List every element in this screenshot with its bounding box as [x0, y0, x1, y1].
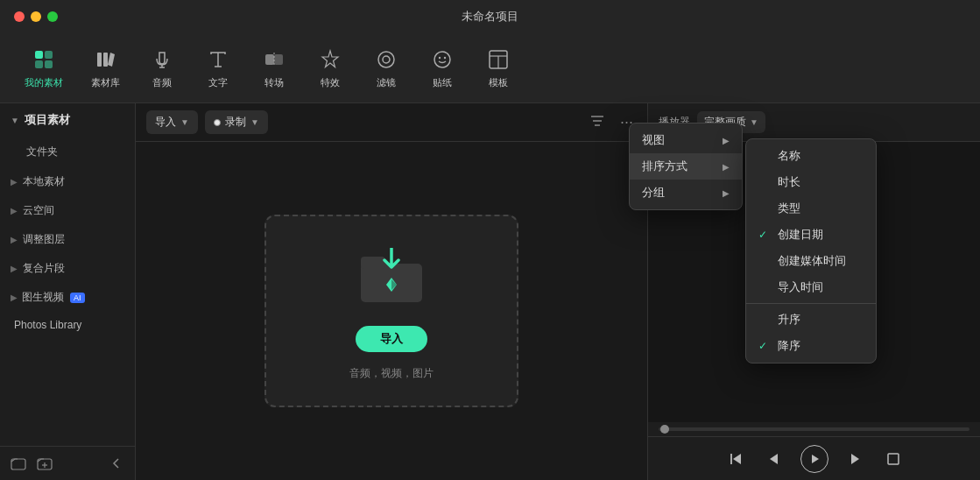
sidebar-item-adjust[interactable]: ▶ 调整图层	[0, 225, 135, 254]
menu-item-group[interactable]: 分组 ▶	[630, 180, 742, 206]
toolbar-item-template[interactable]: 模板	[474, 42, 523, 95]
svg-rect-4	[97, 53, 102, 67]
progress-dot[interactable]	[660, 425, 669, 434]
sidebar-item-compound[interactable]: ▶ 复合片段	[0, 254, 135, 283]
submenu-item-asc[interactable]: 升序	[746, 307, 876, 333]
sidebar-item-ai-video[interactable]: ▶ 图生视频 AI	[0, 283, 135, 312]
record-chevron: ▼	[250, 117, 259, 127]
submenu-item-import-time[interactable]: 导入时间	[746, 274, 876, 300]
sidebar-item-photos-library[interactable]: Photos Library	[0, 312, 135, 338]
sidebar-collapse-button[interactable]	[107, 454, 126, 473]
submenu-create-date-label: 创建日期	[778, 227, 823, 243]
sort-filter-icon[interactable]	[585, 109, 610, 137]
drop-box: 导入 音频，视频，图片	[264, 215, 518, 407]
toolbar-label-filter: 滤镜	[377, 76, 396, 89]
top-toolbar: 我的素材 素材库 音频	[0, 33, 980, 103]
sidebar-bottom	[0, 446, 135, 480]
play-button[interactable]	[800, 445, 828, 473]
toolbar-item-sticker[interactable]: 贴纸	[418, 42, 467, 95]
menu-view-arrow: ▶	[723, 136, 730, 145]
submenu-desc-label: 降序	[778, 338, 800, 354]
submenu-duration-label: 时长	[778, 174, 800, 190]
submenu-item-media-time[interactable]: 创建媒体时间	[746, 248, 876, 274]
add-folder-icon[interactable]	[35, 454, 54, 473]
submenu: 名称 时长 类型 ✓ 创建日期 创建媒体时间 导入时间 升序 ✓ 降序	[745, 138, 877, 364]
local-arrow: ▶	[11, 177, 18, 187]
audio-icon	[150, 47, 174, 72]
drop-subtitle: 音频，视频，图片	[349, 366, 434, 381]
cloud-arrow: ▶	[11, 206, 18, 215]
content-toolbar: 导入 ▼ 录制 ▼ ···	[136, 103, 647, 142]
svg-point-17	[439, 56, 441, 58]
svg-marker-35	[851, 454, 859, 464]
submenu-import-time-label: 导入时间	[778, 279, 823, 295]
toolbar-item-audio[interactable]: 音频	[137, 42, 187, 95]
toolbar-label-audio: 音频	[152, 76, 172, 89]
library-icon	[94, 47, 118, 72]
import-label: 导入	[155, 115, 176, 130]
record-dot-icon	[214, 119, 221, 126]
create-date-check: ✓	[758, 229, 771, 241]
sidebar-item-folder[interactable]: 文件夹	[5, 138, 130, 166]
frame-back-button[interactable]	[762, 447, 786, 471]
import-button[interactable]: 导入 ▼	[146, 110, 198, 134]
svg-point-15	[383, 56, 390, 63]
quality-chevron: ▼	[750, 117, 758, 127]
drop-zone: 导入 音频，视频，图片	[136, 142, 647, 480]
playback-controls	[648, 436, 980, 480]
menu-sort-arrow: ▶	[723, 162, 730, 172]
new-folder-icon[interactable]	[9, 454, 28, 473]
submenu-item-duration[interactable]: 时长	[746, 169, 876, 195]
menu-sort-label: 排序方式	[642, 159, 687, 174]
toolbar-item-library[interactable]: 素材库	[81, 42, 130, 95]
submenu-item-create-date[interactable]: ✓ 创建日期	[746, 222, 876, 248]
toolbar-label-effects: 特效	[321, 76, 340, 89]
toolbar-item-effects[interactable]: 特效	[306, 42, 355, 95]
toolbar-item-text[interactable]: 文字	[194, 42, 243, 95]
sidebar-header-label: 项目素材	[25, 112, 70, 128]
toolbar-item-transition[interactable]: 转场	[250, 42, 299, 95]
submenu-item-desc[interactable]: ✓ 降序	[746, 333, 876, 359]
skip-back-button[interactable]	[723, 447, 748, 471]
minimize-button[interactable]	[31, 11, 41, 22]
close-button[interactable]	[14, 11, 25, 22]
drop-import-button[interactable]: 导入	[356, 326, 427, 352]
stop-button[interactable]	[881, 447, 906, 471]
titlebar: 未命名项目	[0, 0, 980, 33]
svg-point-14	[378, 52, 394, 67]
menu-item-view[interactable]: 视图 ▶	[630, 127, 742, 153]
menu-view-label: 视图	[642, 132, 665, 148]
submenu-divider	[746, 303, 876, 304]
svg-rect-30	[361, 257, 385, 269]
toolbar-item-my-assets[interactable]: 我的素材	[14, 42, 74, 95]
content-area: 导入 ▼ 录制 ▼ ···	[136, 103, 647, 480]
drop-import-label: 导入	[380, 332, 403, 345]
submenu-asc-label: 升序	[778, 312, 800, 328]
sticker-icon	[430, 47, 455, 72]
frame-forward-button[interactable]	[843, 447, 867, 471]
record-label: 录制	[225, 115, 246, 130]
record-button[interactable]: 录制 ▼	[205, 110, 268, 134]
menu-group-arrow: ▶	[723, 188, 730, 198]
submenu-item-type[interactable]: 类型	[746, 195, 876, 222]
svg-rect-2	[35, 60, 43, 68]
toolbar-item-filter[interactable]: 滤镜	[362, 42, 411, 95]
context-menu: 视图 ▶ 排序方式 ▶ 分组 ▶	[629, 123, 743, 210]
toolbar-label-library: 素材库	[91, 76, 120, 89]
toolbar-label-template: 模板	[489, 76, 508, 89]
sidebar: ▼ 项目素材 文件夹 ▶ 本地素材 ▶ 云空间 ▶ 调整图层 ▶ 复合片段 ▶ …	[0, 103, 136, 480]
submenu-item-name[interactable]: 名称	[746, 143, 876, 169]
sidebar-header-arrow: ▼	[11, 116, 19, 125]
my-assets-icon	[32, 47, 56, 72]
svg-rect-3	[45, 60, 53, 68]
sidebar-header: ▼ 项目素材	[0, 103, 135, 137]
sidebar-item-local[interactable]: ▶ 本地素材	[0, 167, 135, 196]
progress-bar[interactable]	[659, 427, 969, 431]
svg-marker-13	[322, 51, 338, 67]
sidebar-item-cloud[interactable]: ▶ 云空间	[0, 196, 135, 225]
maximize-button[interactable]	[47, 11, 58, 22]
menu-item-sort[interactable]: 排序方式 ▶	[630, 153, 742, 180]
submenu-type-label: 类型	[778, 201, 800, 216]
toolbar-label-text: 文字	[208, 76, 228, 89]
submenu-media-time-label: 创建媒体时间	[778, 253, 846, 269]
